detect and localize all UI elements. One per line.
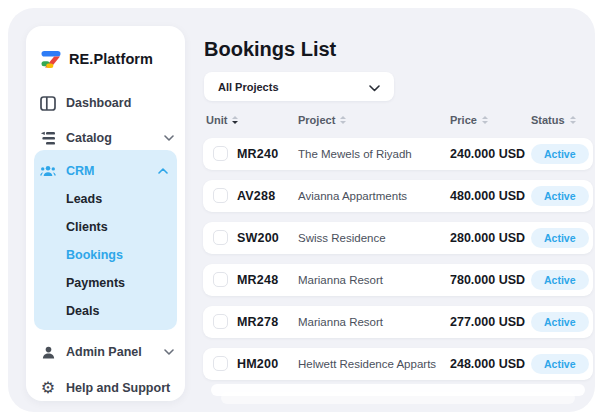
sidebar-item-label: Catalog (66, 131, 151, 145)
sidebar-item-payments[interactable]: Payments (66, 269, 171, 297)
sidebar-item-clients[interactable]: Clients (66, 213, 171, 241)
sidebar-item-leads[interactable]: Leads (66, 185, 171, 213)
status-badge: Active (531, 228, 589, 248)
sort-icon (570, 116, 576, 124)
price-cell: 780.000 USD (450, 273, 525, 287)
sidebar-subitem-label: Clients (66, 220, 108, 234)
unit-cell: SW200 (237, 231, 279, 245)
replatform-logo-icon (40, 48, 62, 70)
unit-cell: MR248 (237, 273, 278, 287)
project-cell: Marianna Resort (298, 274, 383, 286)
status-badge: Active (531, 270, 589, 290)
sidebar: RE.Platform Dashboard (26, 26, 185, 401)
price-cell: 248.000 USD (450, 357, 525, 371)
row-checkbox[interactable] (213, 188, 228, 203)
sidebar-item-label: Help and Support (66, 381, 177, 395)
sidebar-item-label: Admin Panel (66, 345, 151, 359)
column-header-project[interactable]: Project (298, 114, 346, 126)
sidebar-item-label: CRM (66, 164, 145, 178)
sidebar-subitem-label: Payments (66, 276, 125, 290)
table-row[interactable]: HM200 Helwett Residence Apparts 248.000 … (203, 348, 593, 380)
sidebar-subitem-label: Bookings (66, 248, 123, 262)
sort-icon (232, 116, 238, 124)
status-badge: Active (531, 312, 589, 332)
price-cell: 277.000 USD (450, 315, 525, 329)
status-badge: Active (531, 144, 589, 164)
app-logo: RE.Platform (40, 48, 153, 70)
row-checkbox[interactable] (213, 314, 228, 329)
row-checkbox[interactable] (213, 272, 228, 287)
sort-icon (340, 116, 346, 124)
price-cell: 480.000 USD (450, 189, 525, 203)
sidebar-item-crm[interactable]: CRM (40, 157, 171, 185)
column-header-unit[interactable]: Unit (206, 114, 238, 126)
gear-icon: ⚙ (40, 380, 56, 396)
dashboard-icon (40, 96, 56, 111)
project-cell: Avianna Appartments (298, 190, 407, 202)
project-cell: The Mewels of Riyadh (298, 148, 412, 160)
table-header: Unit Project Price Status (203, 114, 593, 130)
unit-cell: HM200 (237, 357, 278, 371)
project-filter-dropdown[interactable]: All Projects (204, 72, 394, 101)
user-icon (40, 345, 56, 360)
column-label: Price (450, 114, 477, 126)
row-checkbox[interactable] (213, 230, 228, 245)
app-name: RE.Platform (69, 51, 153, 67)
status-badge: Active (531, 186, 589, 206)
price-cell: 240.000 USD (450, 147, 525, 161)
table-row[interactable]: MR240 The Mewels of Riyadh 240.000 USD A… (203, 138, 593, 170)
column-label: Status (531, 114, 565, 126)
sidebar-item-deals[interactable]: Deals (66, 297, 171, 325)
crm-users-icon (40, 164, 56, 178)
project-cell: Marianna Resort (298, 316, 383, 328)
page-title: Bookings List (204, 38, 336, 61)
sidebar-subitem-label: Leads (66, 192, 102, 206)
sidebar-item-bookings[interactable]: Bookings (66, 241, 171, 269)
catalog-icon (40, 131, 56, 146)
unit-cell: MR240 (237, 147, 278, 161)
sort-icon (482, 116, 488, 124)
column-label: Unit (206, 114, 227, 126)
sidebar-item-admin-panel[interactable]: Admin Panel (40, 338, 177, 366)
status-badge: Active (531, 354, 589, 374)
chevron-down-icon (161, 135, 177, 141)
table-row[interactable]: SW200 Swiss Residence 280.000 USD Active (203, 222, 593, 254)
chevron-down-icon (369, 78, 380, 96)
price-cell: 280.000 USD (450, 231, 525, 245)
sidebar-subitem-label: Deals (66, 304, 99, 318)
project-cell: Helwett Residence Apparts (298, 358, 436, 370)
app-container: RE.Platform Dashboard (8, 8, 595, 412)
stacked-card-decoration (211, 384, 585, 396)
crm-section: CRM Leads Clients Bookings Payments Deal… (34, 150, 177, 330)
table-row[interactable]: MR278 Marianna Resort 277.000 USD Active (203, 306, 593, 338)
chevron-down-icon (161, 349, 177, 355)
project-filter-value: All Projects (218, 81, 369, 93)
sidebar-item-label: Dashboard (66, 96, 177, 110)
chevron-up-icon (155, 168, 171, 174)
sidebar-item-help-support[interactable]: ⚙ Help and Support (40, 374, 177, 402)
unit-cell: AV288 (237, 189, 275, 203)
table-row[interactable]: AV288 Avianna Appartments 480.000 USD Ac… (203, 180, 593, 212)
row-checkbox[interactable] (213, 146, 228, 161)
column-header-price[interactable]: Price (450, 114, 488, 126)
screen: RE.Platform Dashboard (0, 0, 600, 420)
column-header-status[interactable]: Status (531, 114, 576, 126)
table-row[interactable]: MR248 Marianna Resort 780.000 USD Active (203, 264, 593, 296)
unit-cell: MR278 (237, 315, 278, 329)
column-label: Project (298, 114, 335, 126)
row-checkbox[interactable] (213, 356, 228, 371)
project-cell: Swiss Residence (298, 232, 386, 244)
sidebar-item-dashboard[interactable]: Dashboard (40, 89, 177, 117)
sidebar-item-catalog[interactable]: Catalog (40, 124, 177, 152)
